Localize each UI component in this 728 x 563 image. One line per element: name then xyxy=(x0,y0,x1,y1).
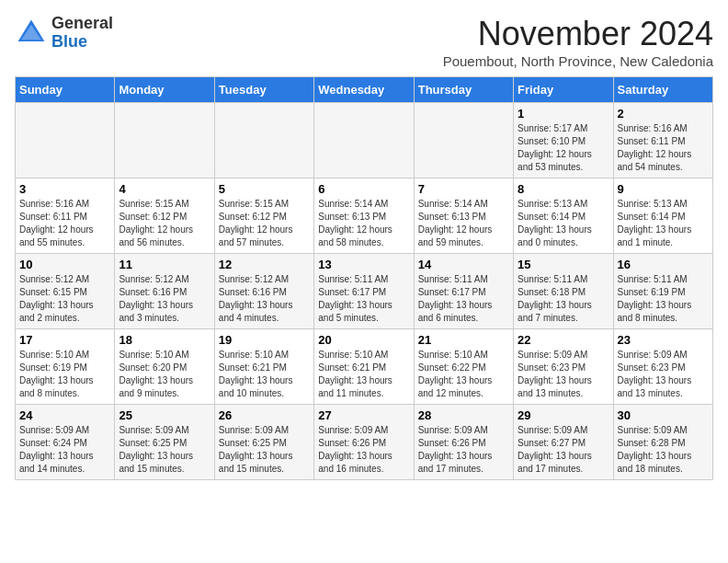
day-number: 16 xyxy=(618,258,709,271)
day-number: 2 xyxy=(618,107,709,121)
day-number: 6 xyxy=(318,182,409,196)
day-info: Sunrise: 5:15 AM Sunset: 6:12 PM Dayligh… xyxy=(219,198,310,249)
day-number: 7 xyxy=(418,182,509,196)
calendar-cell: 13Sunrise: 5:11 AM Sunset: 6:17 PM Dayli… xyxy=(314,254,414,329)
calendar-cell: 28Sunrise: 5:09 AM Sunset: 6:26 PM Dayli… xyxy=(414,405,513,480)
day-info: Sunrise: 5:11 AM Sunset: 6:17 PM Dayligh… xyxy=(318,273,409,325)
day-info: Sunrise: 5:10 AM Sunset: 6:20 PM Dayligh… xyxy=(119,349,210,400)
day-number: 29 xyxy=(518,408,609,422)
calendar-cell: 7Sunrise: 5:14 AM Sunset: 6:13 PM Daylig… xyxy=(414,178,513,254)
calendar-cell: 26Sunrise: 5:09 AM Sunset: 6:25 PM Dayli… xyxy=(214,405,313,480)
calendar-cell: 11Sunrise: 5:12 AM Sunset: 6:16 PM Dayli… xyxy=(115,254,214,329)
day-number: 9 xyxy=(618,182,709,196)
calendar-cell: 3Sunrise: 5:16 AM Sunset: 6:11 PM Daylig… xyxy=(16,178,115,254)
calendar-cell xyxy=(414,103,513,178)
day-number: 4 xyxy=(119,182,210,196)
calendar-cell: 10Sunrise: 5:12 AM Sunset: 6:15 PM Dayli… xyxy=(16,254,115,329)
calendar-week-row: 17Sunrise: 5:10 AM Sunset: 6:19 PM Dayli… xyxy=(16,329,713,405)
day-info: Sunrise: 5:11 AM Sunset: 6:17 PM Dayligh… xyxy=(418,273,509,325)
logo-general: General xyxy=(51,14,113,32)
day-number: 17 xyxy=(19,333,110,347)
day-info: Sunrise: 5:09 AM Sunset: 6:25 PM Dayligh… xyxy=(119,424,210,476)
calendar-title: November 2024 xyxy=(443,15,713,53)
day-number: 1 xyxy=(518,107,609,121)
day-number: 3 xyxy=(19,182,110,196)
calendar-subtitle: Pouembout, North Province, New Caledonia xyxy=(443,53,713,69)
day-number: 24 xyxy=(19,408,110,422)
day-number: 15 xyxy=(518,258,609,271)
day-info: Sunrise: 5:16 AM Sunset: 6:11 PM Dayligh… xyxy=(19,198,110,249)
day-number: 5 xyxy=(219,182,310,196)
calendar-cell xyxy=(214,103,313,178)
day-info: Sunrise: 5:10 AM Sunset: 6:19 PM Dayligh… xyxy=(19,349,110,400)
calendar-week-row: 3Sunrise: 5:16 AM Sunset: 6:11 PM Daylig… xyxy=(16,178,713,254)
calendar-cell: 17Sunrise: 5:10 AM Sunset: 6:19 PM Dayli… xyxy=(16,329,115,405)
calendar-cell: 5Sunrise: 5:15 AM Sunset: 6:12 PM Daylig… xyxy=(214,178,313,254)
weekday-header-row: SundayMondayTuesdayWednesdayThursdayFrid… xyxy=(16,77,713,103)
day-info: Sunrise: 5:14 AM Sunset: 6:13 PM Dayligh… xyxy=(418,198,509,249)
day-number: 18 xyxy=(119,333,210,347)
calendar-cell: 16Sunrise: 5:11 AM Sunset: 6:19 PM Dayli… xyxy=(613,254,712,329)
calendar-cell: 25Sunrise: 5:09 AM Sunset: 6:25 PM Dayli… xyxy=(115,405,214,480)
calendar-table: SundayMondayTuesdayWednesdayThursdayFrid… xyxy=(15,76,713,480)
day-info: Sunrise: 5:12 AM Sunset: 6:15 PM Dayligh… xyxy=(19,273,110,325)
calendar-cell: 2Sunrise: 5:16 AM Sunset: 6:11 PM Daylig… xyxy=(613,103,712,178)
day-number: 8 xyxy=(518,182,609,196)
day-info: Sunrise: 5:12 AM Sunset: 6:16 PM Dayligh… xyxy=(219,273,310,325)
day-info: Sunrise: 5:09 AM Sunset: 6:24 PM Dayligh… xyxy=(19,424,110,476)
day-number: 20 xyxy=(318,333,409,347)
calendar-cell: 30Sunrise: 5:09 AM Sunset: 6:28 PM Dayli… xyxy=(613,405,712,480)
day-info: Sunrise: 5:11 AM Sunset: 6:19 PM Dayligh… xyxy=(618,273,709,325)
weekday-header: Wednesday xyxy=(314,77,414,103)
logo-text: General Blue xyxy=(51,15,113,52)
day-info: Sunrise: 5:10 AM Sunset: 6:21 PM Dayligh… xyxy=(219,349,310,400)
day-info: Sunrise: 5:13 AM Sunset: 6:14 PM Dayligh… xyxy=(618,198,709,249)
day-info: Sunrise: 5:11 AM Sunset: 6:18 PM Dayligh… xyxy=(518,273,609,325)
logo-icon xyxy=(15,17,48,50)
day-info: Sunrise: 5:09 AM Sunset: 6:23 PM Dayligh… xyxy=(618,349,709,400)
calendar-cell: 8Sunrise: 5:13 AM Sunset: 6:14 PM Daylig… xyxy=(514,178,613,254)
calendar-cell: 23Sunrise: 5:09 AM Sunset: 6:23 PM Dayli… xyxy=(613,329,712,405)
day-info: Sunrise: 5:12 AM Sunset: 6:16 PM Dayligh… xyxy=(119,273,210,325)
calendar-cell: 6Sunrise: 5:14 AM Sunset: 6:13 PM Daylig… xyxy=(314,178,414,254)
day-number: 13 xyxy=(318,258,409,271)
calendar-cell: 9Sunrise: 5:13 AM Sunset: 6:14 PM Daylig… xyxy=(613,178,712,254)
calendar-cell: 12Sunrise: 5:12 AM Sunset: 6:16 PM Dayli… xyxy=(214,254,313,329)
calendar-cell xyxy=(314,103,414,178)
day-info: Sunrise: 5:10 AM Sunset: 6:21 PM Dayligh… xyxy=(318,349,409,400)
day-number: 19 xyxy=(219,333,310,347)
day-info: Sunrise: 5:09 AM Sunset: 6:28 PM Dayligh… xyxy=(618,424,709,476)
calendar-week-row: 24Sunrise: 5:09 AM Sunset: 6:24 PM Dayli… xyxy=(16,405,713,480)
calendar-cell: 14Sunrise: 5:11 AM Sunset: 6:17 PM Dayli… xyxy=(414,254,513,329)
day-info: Sunrise: 5:17 AM Sunset: 6:10 PM Dayligh… xyxy=(518,122,609,174)
day-info: Sunrise: 5:09 AM Sunset: 6:26 PM Dayligh… xyxy=(318,424,409,476)
calendar-cell: 24Sunrise: 5:09 AM Sunset: 6:24 PM Dayli… xyxy=(16,405,115,480)
day-number: 28 xyxy=(418,408,509,422)
calendar-cell: 1Sunrise: 5:17 AM Sunset: 6:10 PM Daylig… xyxy=(514,103,613,178)
day-number: 25 xyxy=(119,408,210,422)
logo: General Blue xyxy=(15,15,113,52)
calendar-cell xyxy=(16,103,115,178)
calendar-cell: 20Sunrise: 5:10 AM Sunset: 6:21 PM Dayli… xyxy=(314,329,414,405)
day-number: 11 xyxy=(119,258,210,271)
calendar-cell: 19Sunrise: 5:10 AM Sunset: 6:21 PM Dayli… xyxy=(214,329,313,405)
calendar-cell: 15Sunrise: 5:11 AM Sunset: 6:18 PM Dayli… xyxy=(514,254,613,329)
day-info: Sunrise: 5:16 AM Sunset: 6:11 PM Dayligh… xyxy=(618,122,709,174)
day-info: Sunrise: 5:09 AM Sunset: 6:26 PM Dayligh… xyxy=(418,424,509,476)
day-number: 26 xyxy=(219,408,310,422)
day-info: Sunrise: 5:14 AM Sunset: 6:13 PM Dayligh… xyxy=(318,198,409,249)
day-number: 27 xyxy=(318,408,409,422)
day-info: Sunrise: 5:09 AM Sunset: 6:27 PM Dayligh… xyxy=(518,424,609,476)
day-info: Sunrise: 5:10 AM Sunset: 6:22 PM Dayligh… xyxy=(418,349,509,400)
calendar-cell: 22Sunrise: 5:09 AM Sunset: 6:23 PM Dayli… xyxy=(514,329,613,405)
weekday-header: Friday xyxy=(514,77,613,103)
calendar-cell: 27Sunrise: 5:09 AM Sunset: 6:26 PM Dayli… xyxy=(314,405,414,480)
day-number: 12 xyxy=(219,258,310,271)
calendar-cell: 4Sunrise: 5:15 AM Sunset: 6:12 PM Daylig… xyxy=(115,178,214,254)
day-number: 21 xyxy=(418,333,509,347)
day-number: 23 xyxy=(618,333,709,347)
page-header: General Blue November 2024 Pouembout, No… xyxy=(15,15,713,69)
day-info: Sunrise: 5:13 AM Sunset: 6:14 PM Dayligh… xyxy=(518,198,609,249)
day-info: Sunrise: 5:09 AM Sunset: 6:25 PM Dayligh… xyxy=(219,424,310,476)
weekday-header: Sunday xyxy=(16,77,115,103)
